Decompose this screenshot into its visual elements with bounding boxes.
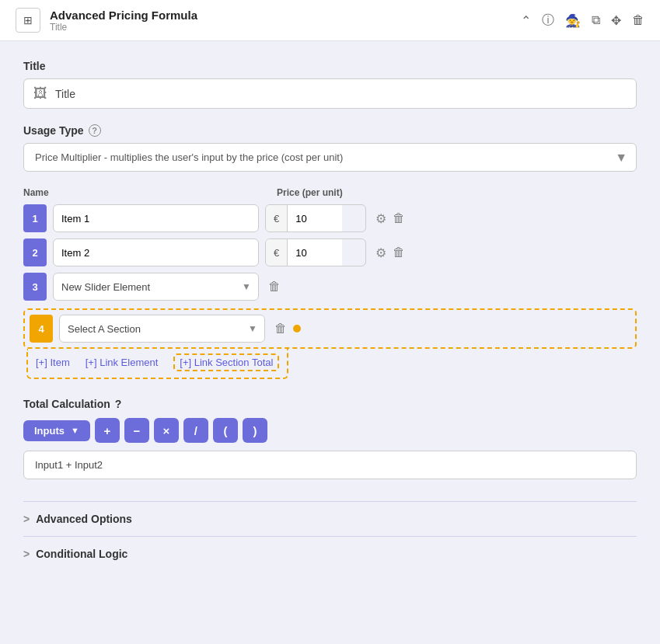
add-link-element-button[interactable]: [+] Link Element — [86, 357, 159, 368]
row-number-3: 3 — [23, 273, 47, 301]
divider-1 — [23, 501, 637, 502]
app-icon: ⊞ — [16, 8, 40, 33]
header-title-group: Advanced Pricing Formula Title — [50, 9, 197, 33]
title-input[interactable] — [55, 88, 627, 100]
move-icon[interactable]: ✥ — [611, 13, 621, 28]
rows-container: 1 € ⚙ 🗑 2 € ⚙ 🗑 3 — [23, 204, 637, 301]
usage-type-help-icon[interactable]: ? — [89, 124, 101, 137]
copy-icon[interactable]: ⧉ — [592, 13, 600, 27]
item-name-2[interactable] — [53, 238, 259, 266]
conditional-logic-section[interactable]: > Conditional Logic — [23, 548, 637, 560]
title-input-wrapper: 🖼 — [23, 78, 637, 109]
row-actions-4: 🗑 — [274, 322, 301, 336]
delete-icon-2[interactable]: 🗑 — [393, 245, 405, 259]
close-paren-button[interactable]: ) — [243, 418, 267, 443]
plus-button[interactable]: + — [95, 418, 120, 443]
price-input-2[interactable] — [288, 239, 342, 266]
app-title: Advanced Pricing Formula — [50, 9, 197, 22]
delete-icon-3[interactable]: 🗑 — [268, 280, 281, 294]
usage-type-select[interactable]: Price Multiplier - multiplies the user's… — [23, 143, 637, 172]
currency-2: € — [266, 239, 288, 266]
main-content: Title 🖼 Usage Type ? Price Multiplier - … — [0, 41, 660, 590]
table-row: 1 € ⚙ 🗑 — [23, 204, 637, 232]
multiply-button[interactable]: × — [154, 418, 179, 443]
name-col-header: Name — [23, 187, 264, 198]
advanced-options-chevron-icon: > — [23, 513, 30, 525]
row-number-4: 4 — [30, 315, 53, 343]
chevron-up-icon[interactable]: ⌃ — [521, 13, 531, 28]
price-input-1[interactable] — [288, 205, 342, 231]
title-label: Title — [23, 60, 637, 72]
row-number-2: 2 — [23, 238, 47, 266]
row-actions-3: 🗑 — [268, 280, 281, 294]
currency-1: € — [266, 205, 288, 231]
slider-select[interactable]: New Slider Element — [53, 273, 259, 301]
section-row: 4 Select A Section ▼ 🗑 Section — [23, 308, 637, 349]
app-header: ⊞ Advanced Pricing Formula Title ⌃ ⓘ 🧙 ⧉… — [0, 0, 660, 41]
advanced-options-label: Advanced Options — [36, 513, 132, 525]
app-subtitle: Title — [50, 22, 197, 33]
inputs-chevron-icon: ▼ — [71, 426, 79, 435]
price-col-header: Price (per unit) — [277, 187, 401, 198]
section-select[interactable]: Select A Section — [59, 315, 265, 343]
section-row-container: 4 Select A Section ▼ 🗑 Section [+] Item … — [23, 308, 637, 379]
help-icon[interactable]: ⓘ — [542, 12, 554, 29]
header-actions: ⌃ ⓘ 🧙 ⧉ ✥ 🗑 — [521, 12, 644, 29]
total-calc-label: Total Calculation ? — [23, 398, 637, 410]
price-group-1: € — [265, 204, 366, 232]
item-name-1[interactable] — [53, 204, 259, 232]
delete-icon-4[interactable]: 🗑 — [274, 322, 287, 336]
table-row: 2 € ⚙ 🗑 — [23, 238, 637, 266]
settings-icon-1[interactable]: ⚙ — [375, 211, 386, 226]
add-buttons-row: [+] Item [+] Link Element [+] Link Secti… — [26, 349, 288, 379]
wizard-icon[interactable]: 🧙 — [565, 13, 581, 28]
calc-buttons-row: Inputs ▼ + − × / ( ) — [23, 418, 637, 443]
add-item-button[interactable]: [+] Item — [36, 357, 70, 368]
orange-dot — [293, 325, 301, 332]
image-icon: 🖼 — [33, 85, 47, 102]
minus-button[interactable]: − — [124, 418, 149, 443]
row-actions-2: ⚙ 🗑 — [375, 245, 405, 260]
conditional-logic-label: Conditional Logic — [36, 548, 127, 560]
settings-icon-2[interactable]: ⚙ — [375, 245, 386, 260]
row-number-1: 1 — [23, 204, 47, 232]
price-group-2: € — [265, 238, 366, 266]
conditional-logic-chevron-icon: > — [23, 548, 30, 560]
add-link-section-button[interactable]: [+] Link Section Total — [173, 353, 279, 371]
usage-type-wrapper: Price Multiplier - multiplies the user's… — [23, 143, 637, 172]
row-actions-1: ⚙ 🗑 — [375, 211, 405, 226]
columns-header: Name Price (per unit) — [23, 187, 637, 198]
delete-icon[interactable]: 🗑 — [632, 13, 644, 27]
divider-2 — [23, 536, 637, 537]
usage-type-label: Usage Type ? — [23, 124, 637, 137]
header-left: ⊞ Advanced Pricing Formula Title — [16, 8, 197, 33]
delete-icon-1[interactable]: 🗑 — [393, 211, 405, 225]
advanced-options-section[interactable]: > Advanced Options — [23, 513, 637, 525]
section-select-wrapper: Select A Section ▼ — [59, 315, 265, 343]
divide-button[interactable]: / — [183, 418, 208, 443]
formula-input[interactable] — [23, 451, 637, 479]
table-row: 3 New Slider Element ▼ 🗑 — [23, 273, 637, 301]
total-calc-help-icon[interactable]: ? — [115, 398, 122, 410]
slider-select-wrapper: New Slider Element ▼ — [53, 273, 259, 301]
open-paren-button[interactable]: ( — [213, 418, 238, 443]
inputs-button[interactable]: Inputs ▼ — [23, 420, 90, 441]
